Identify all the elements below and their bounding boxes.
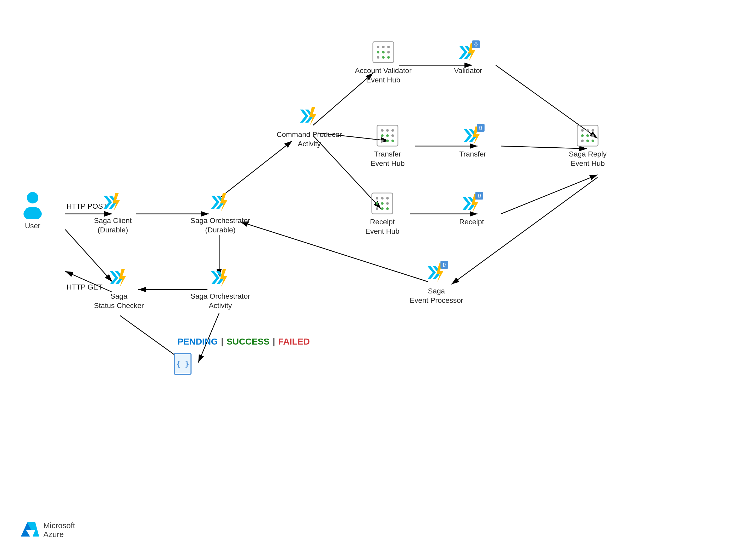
svg-point-70	[586, 140, 589, 142]
validator-label: Validator	[454, 66, 482, 76]
svg-point-39	[387, 46, 390, 48]
svg-point-23	[27, 192, 38, 203]
saga-event-processor-label: SagaEvent Processor	[410, 286, 463, 305]
svg-point-44	[382, 56, 384, 59]
svg-point-75	[386, 197, 389, 200]
receipt-hub-node: ReceiptEvent Hub	[365, 192, 400, 236]
receipt-hub-icon	[371, 192, 394, 215]
azure-logo-icon	[21, 521, 39, 539]
svg-point-50	[381, 129, 383, 132]
svg-point-45	[387, 56, 390, 59]
command-producer-label: Command ProducerActivity	[277, 130, 342, 149]
svg-point-53	[381, 134, 383, 137]
command-producer-node: Command ProducerActivity	[277, 104, 342, 149]
diagram-container: HTTP POST HTTP GET	[0, 0, 746, 560]
svg-marker-93	[119, 269, 126, 287]
svg-point-37	[377, 46, 379, 48]
saga-status-checker-node: SagaStatus Checker	[94, 266, 144, 311]
saga-client-node: Saga Client(Durable)	[94, 190, 132, 235]
user-icon	[21, 190, 45, 219]
status-labels: PENDING | SUCCESS | FAILED	[177, 336, 310, 347]
failed-label: FAILED	[278, 336, 310, 347]
svg-rect-25	[25, 207, 40, 216]
svg-point-80	[381, 207, 383, 210]
svg-text:{ }: { }	[176, 360, 190, 368]
transfer-label: Transfer	[459, 149, 486, 159]
svg-point-51	[386, 129, 389, 132]
svg-point-64	[586, 129, 589, 132]
account-validator-hub-icon	[372, 40, 395, 64]
svg-point-74	[381, 197, 383, 200]
svg-point-67	[586, 134, 589, 137]
svg-point-40	[377, 51, 379, 54]
svg-marker-32	[220, 193, 227, 211]
svg-line-7	[219, 141, 292, 198]
svg-point-56	[381, 140, 383, 142]
account-validator-hub-node: Account ValidatorEvent Hub	[355, 40, 411, 85]
receipt-node: {} Receipt	[459, 192, 484, 227]
svg-point-68	[592, 134, 594, 137]
svg-point-43	[377, 56, 379, 59]
saga-reply-hub-icon	[576, 124, 599, 147]
svg-marker-29	[113, 193, 120, 211]
saga-client-label: Saga Client(Durable)	[94, 216, 132, 235]
saga-orchestrator-icon	[208, 190, 232, 214]
svg-point-42	[387, 51, 390, 54]
saga-event-processor-node: {} SagaEvent Processor	[410, 261, 463, 305]
svg-point-55	[392, 134, 394, 137]
svg-point-38	[382, 46, 384, 48]
svg-line-15	[501, 175, 598, 214]
command-producer-icon	[297, 104, 321, 128]
svg-point-76	[376, 202, 378, 205]
saga-orchestrator-label: Saga Orchestrator(Durable)	[191, 216, 250, 235]
svg-point-57	[386, 140, 389, 142]
sep1: |	[221, 336, 224, 347]
svg-point-71	[592, 140, 594, 142]
user-node: User	[21, 190, 45, 231]
transfer-hub-node: TransferEvent Hub	[371, 124, 405, 169]
storage-node: { }	[172, 352, 193, 376]
receipt-hub-label: ReceiptEvent Hub	[365, 217, 400, 236]
svg-point-54	[386, 134, 389, 137]
transfer-node: {} Transfer	[459, 124, 486, 159]
pending-label: PENDING	[177, 336, 218, 347]
validator-node: {} Validator	[454, 40, 482, 76]
saga-orchestrator-activity-node: Saga OrchestratorActivity	[191, 266, 250, 311]
svg-point-79	[376, 207, 378, 210]
user-label: User	[25, 221, 40, 231]
azure-logo-line1: Microsoft	[43, 521, 75, 530]
svg-point-52	[392, 129, 394, 132]
success-label: SUCCESS	[227, 336, 269, 347]
storage-icon: { }	[172, 352, 193, 376]
azure-logo-line2: Azure	[43, 530, 75, 539]
svg-point-66	[581, 134, 584, 137]
saga-orchestrator-activity-label: Saga OrchestratorActivity	[191, 292, 250, 311]
svg-point-73	[376, 197, 378, 200]
transfer-hub-icon	[376, 124, 399, 147]
saga-reply-hub-node: Saga ReplyEvent Hub	[569, 124, 607, 169]
svg-point-58	[392, 140, 394, 142]
saga-orchestrator-activity-icon	[208, 266, 232, 290]
svg-point-41	[382, 51, 384, 54]
svg-marker-35	[309, 107, 316, 125]
saga-status-checker-icon	[107, 266, 131, 290]
account-validator-hub-label: Account ValidatorEvent Hub	[355, 66, 411, 85]
svg-rect-26	[101, 190, 124, 214]
svg-point-81	[386, 207, 389, 210]
svg-point-78	[386, 202, 389, 205]
saga-client-icon	[101, 190, 124, 214]
svg-line-17	[240, 222, 428, 282]
svg-point-63	[581, 129, 584, 132]
saga-status-checker-label: SagaStatus Checker	[94, 292, 144, 311]
saga-orchestrator-node: Saga Orchestrator(Durable)	[191, 190, 250, 235]
svg-marker-90	[220, 269, 227, 287]
transfer-hub-label: TransferEvent Hub	[371, 149, 405, 169]
svg-point-69	[581, 140, 584, 142]
sep2: |	[273, 336, 275, 347]
saga-reply-hub-label: Saga ReplyEvent Hub	[569, 149, 607, 169]
receipt-label: Receipt	[459, 217, 484, 227]
azure-logo: Microsoft Azure	[21, 521, 75, 539]
svg-point-65	[592, 129, 594, 132]
svg-point-77	[381, 202, 383, 205]
